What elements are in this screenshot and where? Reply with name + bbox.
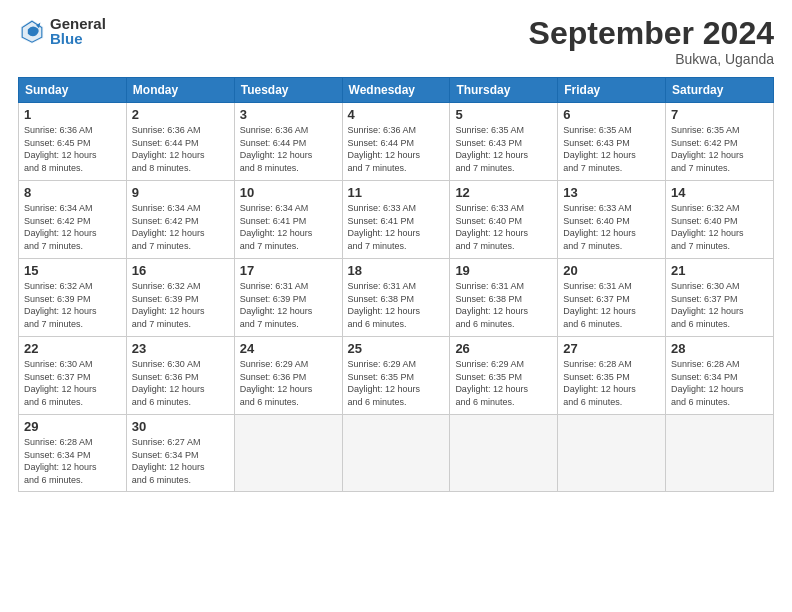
day-info: Sunrise: 6:28 AM Sunset: 6:35 PM Dayligh… (563, 358, 660, 408)
day-number: 26 (455, 341, 552, 356)
table-row: 26Sunrise: 6:29 AM Sunset: 6:35 PM Dayli… (450, 337, 558, 415)
table-row: 5Sunrise: 6:35 AM Sunset: 6:43 PM Daylig… (450, 103, 558, 181)
day-number: 23 (132, 341, 229, 356)
header-wednesday: Wednesday (342, 78, 450, 103)
day-number: 9 (132, 185, 229, 200)
day-info: Sunrise: 6:35 AM Sunset: 6:42 PM Dayligh… (671, 124, 768, 174)
table-row: 13Sunrise: 6:33 AM Sunset: 6:40 PM Dayli… (558, 181, 666, 259)
day-number: 27 (563, 341, 660, 356)
header-monday: Monday (126, 78, 234, 103)
header-saturday: Saturday (666, 78, 774, 103)
table-row: 12Sunrise: 6:33 AM Sunset: 6:40 PM Dayli… (450, 181, 558, 259)
day-info: Sunrise: 6:33 AM Sunset: 6:40 PM Dayligh… (563, 202, 660, 252)
table-row (450, 415, 558, 491)
day-number: 10 (240, 185, 337, 200)
day-number: 29 (24, 419, 121, 434)
table-row: 23Sunrise: 6:30 AM Sunset: 6:36 PM Dayli… (126, 337, 234, 415)
day-info: Sunrise: 6:30 AM Sunset: 6:37 PM Dayligh… (671, 280, 768, 330)
table-row: 10Sunrise: 6:34 AM Sunset: 6:41 PM Dayli… (234, 181, 342, 259)
day-info: Sunrise: 6:33 AM Sunset: 6:41 PM Dayligh… (348, 202, 445, 252)
table-row: 3Sunrise: 6:36 AM Sunset: 6:44 PM Daylig… (234, 103, 342, 181)
day-number: 17 (240, 263, 337, 278)
table-row: 16Sunrise: 6:32 AM Sunset: 6:39 PM Dayli… (126, 259, 234, 337)
title-area: September 2024 Bukwa, Uganda (529, 16, 774, 67)
day-info: Sunrise: 6:31 AM Sunset: 6:37 PM Dayligh… (563, 280, 660, 330)
table-row: 21Sunrise: 6:30 AM Sunset: 6:37 PM Dayli… (666, 259, 774, 337)
table-row: 22Sunrise: 6:30 AM Sunset: 6:37 PM Dayli… (19, 337, 127, 415)
day-number: 16 (132, 263, 229, 278)
day-number: 7 (671, 107, 768, 122)
day-number: 5 (455, 107, 552, 122)
header-sunday: Sunday (19, 78, 127, 103)
header-thursday: Thursday (450, 78, 558, 103)
day-info: Sunrise: 6:34 AM Sunset: 6:42 PM Dayligh… (24, 202, 121, 252)
day-number: 28 (671, 341, 768, 356)
day-info: Sunrise: 6:32 AM Sunset: 6:39 PM Dayligh… (132, 280, 229, 330)
day-info: Sunrise: 6:27 AM Sunset: 6:34 PM Dayligh… (132, 436, 229, 486)
day-info: Sunrise: 6:34 AM Sunset: 6:42 PM Dayligh… (132, 202, 229, 252)
logo-general-text: General (50, 16, 106, 31)
location: Bukwa, Uganda (529, 51, 774, 67)
day-number: 2 (132, 107, 229, 122)
day-info: Sunrise: 6:36 AM Sunset: 6:44 PM Dayligh… (132, 124, 229, 174)
day-number: 13 (563, 185, 660, 200)
table-row: 17Sunrise: 6:31 AM Sunset: 6:39 PM Dayli… (234, 259, 342, 337)
day-number: 18 (348, 263, 445, 278)
day-info: Sunrise: 6:30 AM Sunset: 6:36 PM Dayligh… (132, 358, 229, 408)
day-info: Sunrise: 6:30 AM Sunset: 6:37 PM Dayligh… (24, 358, 121, 408)
table-row: 6Sunrise: 6:35 AM Sunset: 6:43 PM Daylig… (558, 103, 666, 181)
day-number: 20 (563, 263, 660, 278)
day-info: Sunrise: 6:35 AM Sunset: 6:43 PM Dayligh… (455, 124, 552, 174)
table-row: 14Sunrise: 6:32 AM Sunset: 6:40 PM Dayli… (666, 181, 774, 259)
day-info: Sunrise: 6:28 AM Sunset: 6:34 PM Dayligh… (24, 436, 121, 486)
day-number: 8 (24, 185, 121, 200)
day-info: Sunrise: 6:32 AM Sunset: 6:40 PM Dayligh… (671, 202, 768, 252)
day-number: 12 (455, 185, 552, 200)
day-number: 25 (348, 341, 445, 356)
page: General Blue September 2024 Bukwa, Ugand… (0, 0, 792, 612)
table-row: 2Sunrise: 6:36 AM Sunset: 6:44 PM Daylig… (126, 103, 234, 181)
table-row (558, 415, 666, 491)
day-info: Sunrise: 6:31 AM Sunset: 6:38 PM Dayligh… (455, 280, 552, 330)
day-number: 21 (671, 263, 768, 278)
table-row (342, 415, 450, 491)
day-number: 6 (563, 107, 660, 122)
day-number: 1 (24, 107, 121, 122)
day-info: Sunrise: 6:36 AM Sunset: 6:44 PM Dayligh… (348, 124, 445, 174)
table-row (234, 415, 342, 491)
day-info: Sunrise: 6:29 AM Sunset: 6:35 PM Dayligh… (348, 358, 445, 408)
table-row: 19Sunrise: 6:31 AM Sunset: 6:38 PM Dayli… (450, 259, 558, 337)
table-row: 4Sunrise: 6:36 AM Sunset: 6:44 PM Daylig… (342, 103, 450, 181)
month-title: September 2024 (529, 16, 774, 51)
day-number: 11 (348, 185, 445, 200)
table-row: 28Sunrise: 6:28 AM Sunset: 6:34 PM Dayli… (666, 337, 774, 415)
day-number: 14 (671, 185, 768, 200)
day-info: Sunrise: 6:36 AM Sunset: 6:44 PM Dayligh… (240, 124, 337, 174)
table-row: 20Sunrise: 6:31 AM Sunset: 6:37 PM Dayli… (558, 259, 666, 337)
day-info: Sunrise: 6:29 AM Sunset: 6:36 PM Dayligh… (240, 358, 337, 408)
logo: General Blue (18, 16, 106, 46)
day-info: Sunrise: 6:28 AM Sunset: 6:34 PM Dayligh… (671, 358, 768, 408)
day-number: 22 (24, 341, 121, 356)
table-row: 24Sunrise: 6:29 AM Sunset: 6:36 PM Dayli… (234, 337, 342, 415)
day-number: 24 (240, 341, 337, 356)
table-row: 8Sunrise: 6:34 AM Sunset: 6:42 PM Daylig… (19, 181, 127, 259)
day-number: 4 (348, 107, 445, 122)
day-info: Sunrise: 6:33 AM Sunset: 6:40 PM Dayligh… (455, 202, 552, 252)
calendar-table: Sunday Monday Tuesday Wednesday Thursday… (18, 77, 774, 491)
logo-text: General Blue (50, 16, 106, 46)
day-number: 30 (132, 419, 229, 434)
table-row: 9Sunrise: 6:34 AM Sunset: 6:42 PM Daylig… (126, 181, 234, 259)
table-row: 15Sunrise: 6:32 AM Sunset: 6:39 PM Dayli… (19, 259, 127, 337)
table-row: 11Sunrise: 6:33 AM Sunset: 6:41 PM Dayli… (342, 181, 450, 259)
day-info: Sunrise: 6:35 AM Sunset: 6:43 PM Dayligh… (563, 124, 660, 174)
table-row (666, 415, 774, 491)
day-info: Sunrise: 6:31 AM Sunset: 6:38 PM Dayligh… (348, 280, 445, 330)
day-info: Sunrise: 6:29 AM Sunset: 6:35 PM Dayligh… (455, 358, 552, 408)
day-info: Sunrise: 6:31 AM Sunset: 6:39 PM Dayligh… (240, 280, 337, 330)
day-number: 3 (240, 107, 337, 122)
table-row: 7Sunrise: 6:35 AM Sunset: 6:42 PM Daylig… (666, 103, 774, 181)
day-info: Sunrise: 6:34 AM Sunset: 6:41 PM Dayligh… (240, 202, 337, 252)
table-row: 1Sunrise: 6:36 AM Sunset: 6:45 PM Daylig… (19, 103, 127, 181)
header-friday: Friday (558, 78, 666, 103)
